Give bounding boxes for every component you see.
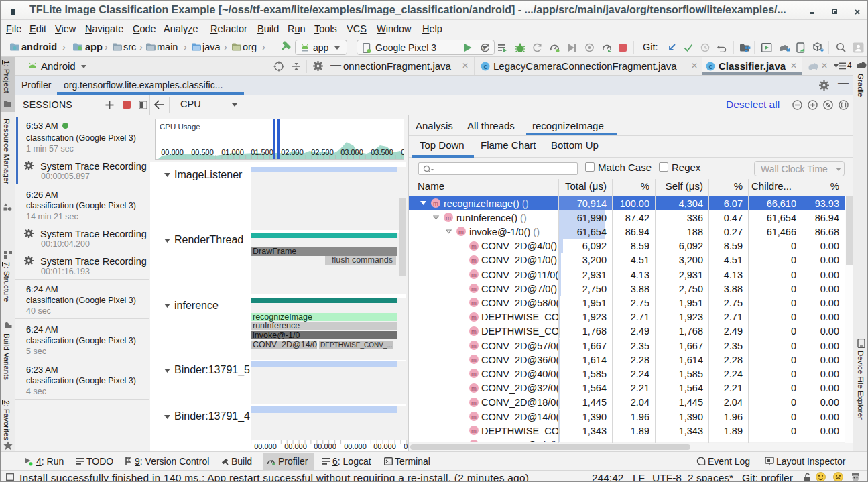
svg-text:m: m	[471, 384, 477, 391]
svg-text:m: m	[471, 413, 477, 420]
svg-text:m: m	[458, 228, 464, 235]
svg-text:c: c	[708, 62, 712, 70]
svg-text:m: m	[471, 285, 477, 292]
svg-text:m: m	[471, 299, 477, 306]
svg-text:m: m	[433, 200, 438, 207]
svg-text:m: m	[471, 327, 477, 335]
svg-text:m: m	[471, 356, 477, 363]
svg-text:m: m	[471, 313, 477, 320]
svg-text:m: m	[471, 398, 477, 406]
svg-text:m: m	[471, 342, 477, 349]
svg-text:m: m	[471, 441, 477, 442]
svg-text:m: m	[471, 271, 477, 278]
svg-text:m: m	[471, 370, 477, 377]
svg-text:c: c	[483, 62, 487, 70]
svg-text:A: A	[482, 46, 485, 51]
svg-text:m: m	[471, 427, 477, 434]
svg-text:m: m	[446, 214, 451, 221]
svg-text:m: m	[471, 242, 477, 249]
svg-text:m: m	[471, 256, 477, 263]
